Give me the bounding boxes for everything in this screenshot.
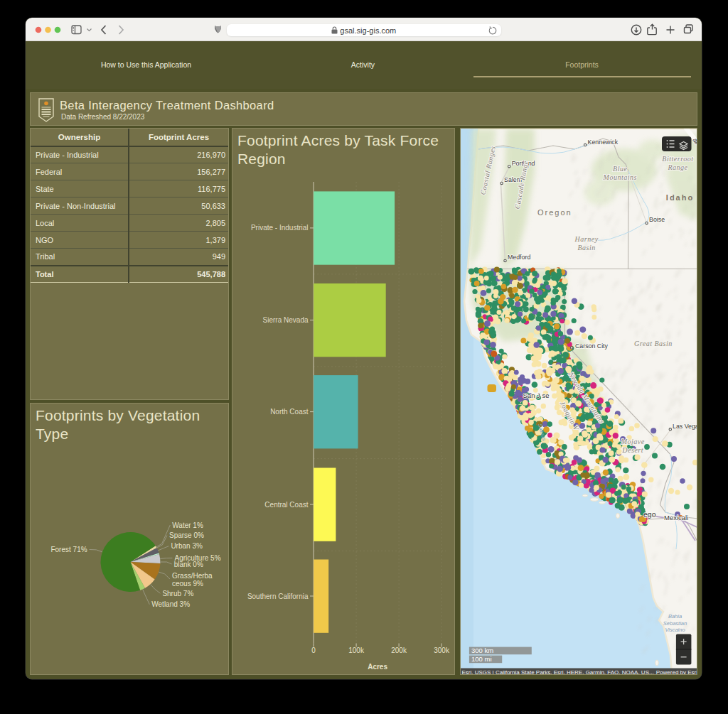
- svg-text:Desert: Desert: [621, 445, 643, 453]
- svg-text:Mojave: Mojave: [620, 437, 644, 445]
- svg-text:Kennewick: Kennewick: [587, 138, 618, 145]
- svg-text:Las Vegas: Las Vegas: [673, 422, 698, 429]
- svg-text:Water 1%: Water 1%: [172, 521, 203, 529]
- svg-text:300 km: 300 km: [471, 647, 493, 654]
- svg-text:Private - Industrial: Private - Industrial: [251, 224, 309, 232]
- svg-text:blank 0%: blank 0%: [174, 561, 203, 568]
- svg-text:100 mi: 100 mi: [471, 655, 492, 663]
- svg-text:Blue: Blue: [613, 164, 627, 172]
- svg-text:Wetland 3%: Wetland 3%: [151, 600, 190, 608]
- svg-text:Bitterroot: Bitterroot: [662, 154, 693, 162]
- svg-text:Forest 71%: Forest 71%: [50, 546, 87, 553]
- svg-text:Esri, USGS | California State: Esri, USGS | California State Parks, Esr…: [461, 669, 653, 675]
- svg-text:Sebastian: Sebastian: [663, 620, 686, 626]
- svg-text:Mexicali: Mexicali: [664, 513, 688, 521]
- svg-text:San J se: San J se: [523, 391, 549, 399]
- svg-text:Viscaino: Viscaino: [665, 627, 685, 633]
- svg-text:0: 0: [311, 646, 316, 654]
- svg-text:Southern California: Southern California: [247, 592, 309, 600]
- svg-text:Shrub 7%: Shrub 7%: [162, 590, 193, 597]
- svg-text:Sparse 0%: Sparse 0%: [169, 531, 204, 539]
- svg-text:200k: 200k: [391, 646, 407, 654]
- svg-text:Oregon: Oregon: [537, 207, 572, 216]
- svg-text:Bahia: Bahia: [668, 613, 681, 620]
- svg-text:300k: 300k: [434, 646, 450, 654]
- svg-text:ceous 9%: ceous 9%: [172, 580, 203, 588]
- svg-text:Urban 3%: Urban 3%: [171, 542, 203, 550]
- svg-text:100k: 100k: [348, 646, 365, 654]
- svg-text:Carson City: Carson City: [575, 342, 609, 349]
- svg-text:Grass/Herba: Grass/Herba: [172, 572, 213, 580]
- svg-text:Boise: Boise: [649, 216, 665, 223]
- svg-text:ego: ego: [643, 510, 656, 519]
- svg-text:Central Coast: Central Coast: [264, 500, 308, 508]
- svg-text:Mountains: Mountains: [602, 173, 636, 180]
- svg-text:Powered by Esri: Powered by Esri: [655, 669, 697, 675]
- svg-text:Basin: Basin: [577, 243, 595, 251]
- svg-text:Medford: Medford: [508, 254, 530, 261]
- svg-text:Great Basin: Great Basin: [634, 340, 673, 347]
- svg-text:Idaho: Idaho: [665, 193, 693, 202]
- svg-text:North Coast: North Coast: [270, 408, 309, 416]
- svg-text:Range: Range: [667, 163, 687, 171]
- svg-text:Sierra Nevada: Sierra Nevada: [263, 316, 309, 324]
- svg-text:Acres: Acres: [368, 663, 387, 671]
- svg-text:Harney: Harney: [574, 234, 598, 242]
